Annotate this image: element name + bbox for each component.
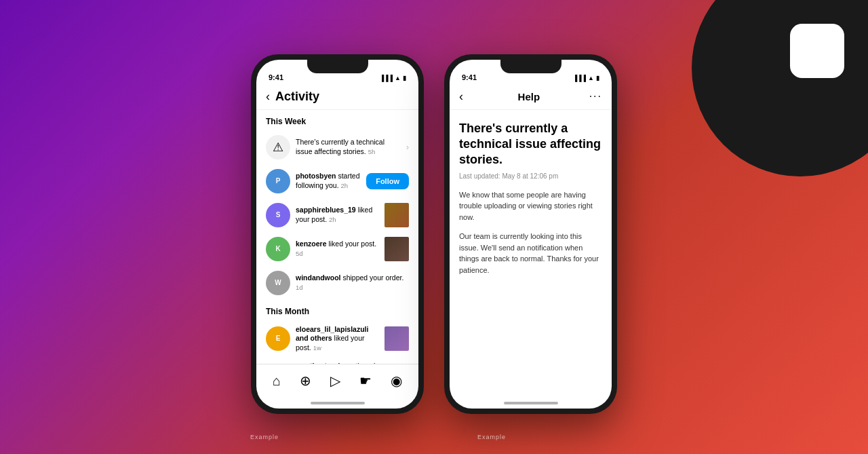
help-body-2: Our team is currently looking into this …: [459, 231, 602, 276]
text-photosbyen: photosbyen started following you. 2h: [296, 172, 361, 190]
notif-kenzoere[interactable]: K kenzoere liked your post. 5d: [256, 232, 418, 266]
alert-time: 5h: [368, 148, 376, 155]
username-windandwool: windandwool: [296, 273, 341, 282]
avatar-eloears: E: [266, 326, 290, 351]
phone-activity-screen: 9:41 ▐▐▐ ▲ ▮ ‹ Activity This Week ⚠: [256, 60, 418, 409]
back-button-activity[interactable]: ‹: [266, 90, 270, 104]
text-sapphireblues: sapphireblues_19 liked your post. 2h: [296, 206, 379, 224]
username-sapphireblues: sapphireblues_19: [296, 206, 356, 214]
alert-icon: ⚠: [266, 135, 290, 159]
time-sapphireblues: 2h: [329, 216, 336, 223]
time-eloears: 1w: [313, 344, 321, 352]
notif-photosbyen[interactable]: P photosbyen started following you. 2h F…: [256, 164, 418, 198]
wifi-icon-2: ▲: [588, 75, 594, 81]
time-photosbyen: 2h: [341, 182, 349, 189]
notification-alert[interactable]: ⚠ There's currently a technical issue af…: [256, 130, 418, 164]
nav-profile-icon[interactable]: ◉: [391, 373, 402, 389]
thumb-sapphireblues: [384, 203, 409, 227]
wifi-icon: ▲: [395, 75, 401, 81]
avatar-windandwool: W: [266, 271, 290, 295]
alert-text: There's currently a technical issue affe…: [296, 138, 401, 156]
activity-content: This Week ⚠ There's currently a technica…: [256, 110, 418, 364]
text-eloears: eloears_lil_lapislazuli and others liked…: [296, 325, 379, 353]
notif-windandwool[interactable]: W windandwool shipped your order. 1d: [256, 266, 418, 300]
activity-header: ‹ Activity: [256, 84, 418, 110]
signal-icon-2: ▐▐▐: [573, 75, 586, 81]
phone-activity: 9:41 ▐▐▐ ▲ ▮ ‹ Activity This Week ⚠: [251, 54, 424, 414]
help-title: Help: [518, 91, 540, 102]
username-kenzoere: kenzoere: [296, 240, 327, 248]
thumb-eloears: [384, 326, 409, 351]
help-updated: Last updated: May 8 at 12:06 pm: [459, 172, 602, 180]
phone-help-screen: 9:41 ▐▐▐ ▲ ▮ ‹ Help ··· There's currentl…: [450, 60, 612, 409]
follow-button[interactable]: Follow: [366, 173, 409, 189]
help-body-1: We know that some people are having trou…: [459, 189, 602, 223]
example-label-1: Example: [250, 430, 279, 442]
nav-shop-icon[interactable]: ☛: [359, 373, 372, 389]
section-this-month: This Month: [256, 300, 418, 320]
nav-search-icon[interactable]: ⊕: [300, 373, 311, 389]
help-headline: There's currently a technical issue affe…: [459, 121, 602, 168]
home-indicator-1: [256, 398, 418, 409]
chevron-right-icon: ›: [406, 143, 409, 152]
username-eloears: eloears_lil_lapislazuli and others: [296, 325, 368, 343]
notch-1: [307, 60, 368, 73]
avatar-kenzoere: K: [266, 237, 290, 261]
help-more-button[interactable]: ···: [589, 90, 602, 102]
battery-icon-2: ▮: [596, 75, 599, 81]
instagram-logo: [787, 20, 848, 81]
phones-container: 9:41 ▐▐▐ ▲ ▮ ‹ Activity This Week ⚠: [251, 54, 617, 414]
nav-home-icon[interactable]: ⌂: [273, 373, 281, 389]
help-content: There's currently a technical issue affe…: [450, 110, 612, 398]
notif-amethyst[interactable]: A amethyst_grl mentioned you in a commen…: [256, 357, 418, 363]
home-bar-2: [504, 402, 558, 404]
time-kenzoere: 5d: [296, 250, 303, 257]
status-icons-2: ▐▐▐ ▲ ▮: [573, 75, 599, 81]
help-header: ‹ Help ···: [450, 84, 612, 110]
notif-eloears[interactable]: E eloears_lil_lapislazuli and others lik…: [256, 320, 418, 358]
notif-sapphireblues[interactable]: S sapphireblues_19 liked your post. 2h: [256, 198, 418, 232]
time-windandwool: 1d: [296, 284, 303, 291]
status-time-1: 9:41: [269, 73, 283, 81]
status-time-2: 9:41: [462, 73, 477, 81]
svg-point-6: [826, 37, 831, 42]
back-button-help[interactable]: ‹: [459, 90, 463, 104]
nav-reels-icon[interactable]: ▷: [330, 373, 340, 389]
bottom-nav-activity: ⌂ ⊕ ▷ ☛ ◉: [256, 364, 418, 398]
section-this-week: This Week: [256, 110, 418, 130]
signal-icon: ▐▐▐: [380, 75, 393, 81]
avatar-photosbyen: P: [266, 169, 290, 193]
activity-title: Activity: [275, 90, 319, 104]
avatar-sapphireblues: S: [266, 203, 290, 227]
phone-help: 9:41 ▐▐▐ ▲ ▮ ‹ Help ··· There's currentl…: [444, 54, 617, 414]
status-icons-1: ▐▐▐ ▲ ▮: [380, 75, 406, 81]
username-photosbyen: photosbyen: [296, 172, 336, 180]
home-bar-1: [311, 402, 365, 404]
text-kenzoere: kenzoere liked your post. 5d: [296, 240, 379, 258]
example-label-2: Example: [477, 430, 506, 442]
text-windandwool: windandwool shipped your order. 1d: [296, 273, 409, 292]
home-indicator-2: [450, 398, 612, 409]
notch-2: [500, 60, 561, 73]
battery-icon: ▮: [403, 75, 406, 81]
thumb-kenzoere: [384, 237, 409, 261]
